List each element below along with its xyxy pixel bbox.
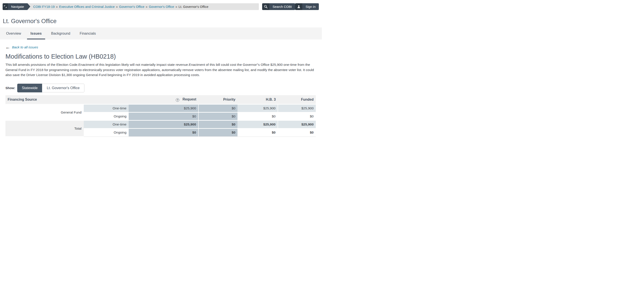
back-to-all-issues-link[interactable]: Back to all issues bbox=[12, 45, 38, 49]
search-icon bbox=[262, 3, 269, 10]
type-cell: Ongoing bbox=[84, 112, 129, 120]
tab-overview[interactable]: Overview bbox=[2, 27, 25, 39]
breadcrumb-separator: » bbox=[56, 5, 58, 8]
tab-background[interactable]: Background bbox=[48, 27, 74, 39]
help-icon[interactable]: ? bbox=[176, 98, 179, 102]
hb3-value: $0 bbox=[238, 112, 278, 120]
financing-source-header: Financing Source bbox=[6, 95, 129, 104]
funded-value: $25,900 bbox=[278, 104, 316, 112]
table-row: General Fund One-time $25,900 $0 $25,900… bbox=[6, 104, 316, 112]
tab-bar: Overview Issues Background Financials bbox=[0, 27, 322, 39]
financing-table-wrapper: Financing Source ?Request Priority H.B. … bbox=[6, 95, 316, 137]
hb3-value: $25,900 bbox=[238, 120, 278, 129]
sign-in-button[interactable]: Sign in bbox=[295, 3, 319, 10]
breadcrumb-separator: » bbox=[146, 5, 148, 8]
breadcrumb-link-governors-office-2[interactable]: Governor's Office bbox=[149, 5, 174, 8]
page-title: Lt. Governor's Office bbox=[3, 18, 322, 25]
breadcrumb-separator: » bbox=[175, 5, 177, 8]
table-header-row: Financing Source ?Request Priority H.B. … bbox=[6, 95, 316, 104]
table-row: Total One-time $25,900 $0 $25,900 $25,90… bbox=[6, 120, 316, 129]
scope-toggle: Statewide Lt. Governor's Office bbox=[17, 84, 84, 92]
type-cell: One-time bbox=[84, 120, 129, 129]
toggle-lt-governors-office[interactable]: Lt. Governor's Office bbox=[42, 84, 84, 92]
breadcrumb: COBI FY18-19 » Executive Offices and Cri… bbox=[28, 3, 259, 10]
funded-value: $0 bbox=[278, 129, 316, 137]
type-cell: Ongoing bbox=[84, 129, 129, 137]
hb3-value: $25,900 bbox=[238, 104, 278, 112]
request-value: $0 bbox=[129, 112, 198, 120]
priority-value: $0 bbox=[198, 104, 238, 112]
hb3-column-header: H.B. 3 bbox=[238, 95, 278, 104]
funded-value: $25,900 bbox=[278, 120, 316, 129]
request-value: $25,900 bbox=[129, 104, 198, 112]
request-value: $0 bbox=[129, 129, 198, 137]
back-row: ← Back to all issues bbox=[6, 45, 316, 50]
funded-column-header: Funded bbox=[278, 95, 316, 104]
navigate-button-label: Navigate bbox=[8, 3, 28, 10]
show-label: Show: bbox=[6, 86, 15, 90]
breadcrumb-current: Lt. Governor's Office bbox=[178, 5, 208, 8]
search-cobi-label: Search COBI bbox=[269, 3, 295, 10]
breadcrumb-link-cobi[interactable]: COBI FY18-19 bbox=[33, 5, 54, 8]
row-label-total: Total bbox=[6, 120, 84, 137]
sign-in-label: Sign in bbox=[302, 3, 319, 10]
search-cobi-button[interactable]: Search COBI bbox=[262, 3, 295, 10]
priority-value: $0 bbox=[198, 120, 238, 129]
expand-corners-icon bbox=[2, 3, 8, 10]
issue-content: ← Back to all issues Modifications to El… bbox=[0, 45, 322, 146]
request-value: $25,900 bbox=[129, 120, 198, 129]
issue-heading: Modifications to Election Law (HB0218) bbox=[6, 53, 316, 60]
breadcrumb-separator: » bbox=[116, 5, 118, 8]
tab-financials[interactable]: Financials bbox=[76, 27, 99, 39]
hb3-value: $0 bbox=[238, 129, 278, 137]
top-navigation-bar: Navigate COBI FY18-19 » Executive Office… bbox=[2, 3, 319, 10]
priority-column-header: Priority bbox=[198, 95, 238, 104]
row-label-general-fund: General Fund bbox=[6, 104, 84, 120]
funded-value: $0 bbox=[278, 112, 316, 120]
show-toggle-row: Show: Statewide Lt. Governor's Office bbox=[6, 84, 316, 92]
priority-value: $0 bbox=[198, 129, 238, 137]
issue-description: This bill amends provisions of the Elect… bbox=[6, 62, 316, 78]
request-column-header: ?Request bbox=[129, 95, 198, 104]
back-arrow-icon: ← bbox=[6, 45, 10, 50]
tab-issues[interactable]: Issues bbox=[27, 27, 45, 39]
user-icon bbox=[295, 3, 302, 10]
financing-table: Financing Source ?Request Priority H.B. … bbox=[6, 95, 316, 137]
type-cell: One-time bbox=[84, 104, 129, 112]
toggle-statewide[interactable]: Statewide bbox=[17, 84, 42, 92]
navigate-arrow-point bbox=[28, 3, 30, 10]
priority-value: $0 bbox=[198, 112, 238, 120]
breadcrumb-link-governors-office-1[interactable]: Governor's Office bbox=[119, 5, 144, 8]
navigate-button[interactable]: Navigate bbox=[2, 3, 30, 10]
request-header-label: Request bbox=[182, 97, 196, 101]
breadcrumb-link-exec-offices[interactable]: Executive Offices and Criminal Justice bbox=[59, 5, 115, 8]
